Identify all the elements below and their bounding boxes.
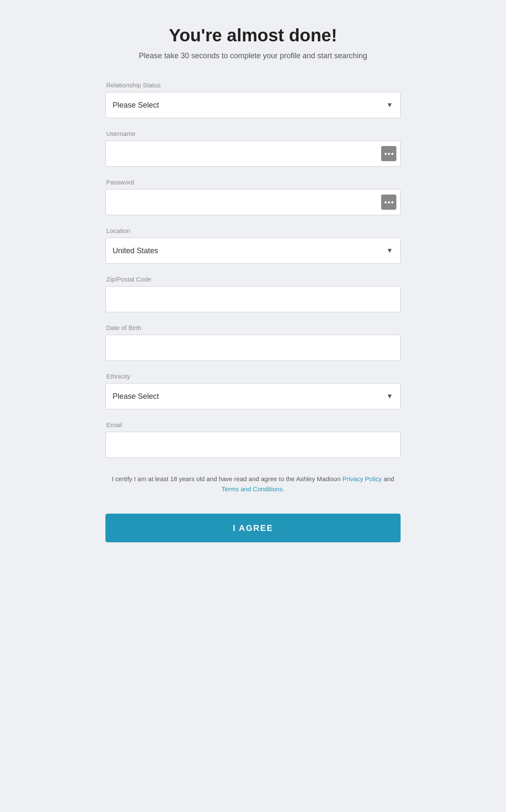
email-label: Email	[105, 421, 401, 428]
zip-postal-input[interactable]	[105, 286, 401, 312]
password-input-wrapper	[105, 189, 401, 215]
certify-text-before: I certify I am at least 18 years old and…	[112, 475, 341, 482]
username-input-wrapper	[105, 141, 401, 167]
ethnicity-label: Ethnicity	[105, 373, 401, 380]
certify-text: I certify I am at least 18 years old and…	[105, 474, 401, 494]
relationship-status-label: Relationship Status	[105, 81, 401, 89]
page-title: You're almost done!	[169, 25, 337, 46]
relationship-status-select[interactable]: Please Select Single Married In a Relati…	[105, 92, 401, 118]
dob-label: Date of Birth	[105, 324, 401, 331]
agree-button[interactable]: I AGREE	[105, 514, 401, 542]
profile-form: Relationship Status Please Select Single…	[105, 81, 401, 542]
password-dots-icon	[385, 201, 393, 203]
username-input[interactable]	[105, 141, 401, 167]
relationship-status-select-wrapper: Please Select Single Married In a Relati…	[105, 92, 401, 118]
email-group: Email	[105, 421, 401, 458]
password-dots-button[interactable]	[381, 195, 396, 210]
username-dots-button[interactable]	[381, 146, 396, 161]
password-group: Password	[105, 179, 401, 215]
password-label: Password	[105, 179, 401, 186]
location-label: Location	[105, 227, 401, 234]
zip-postal-label: Zip/Postal Code	[105, 276, 401, 283]
email-input[interactable]	[105, 432, 401, 458]
relationship-status-group: Relationship Status Please Select Single…	[105, 81, 401, 118]
location-select[interactable]: United States Canada United Kingdom Aust…	[105, 238, 401, 264]
ethnicity-select[interactable]: Please Select Asian Black/African Hispan…	[105, 383, 401, 409]
username-group: Username	[105, 130, 401, 167]
zip-postal-group: Zip/Postal Code	[105, 276, 401, 312]
dots-icon	[385, 153, 393, 155]
dob-group: Date of Birth	[105, 324, 401, 361]
page-subtitle: Please take 30 seconds to complete your …	[139, 51, 367, 60]
ethnicity-group: Ethnicity Please Select Asian Black/Afri…	[105, 373, 401, 409]
username-label: Username	[105, 130, 401, 137]
terms-conditions-link[interactable]: Terms and Conditions.	[221, 485, 284, 493]
privacy-policy-link[interactable]: Privacy Policy	[342, 475, 382, 482]
password-input[interactable]	[105, 189, 401, 215]
certify-text-middle: and	[384, 475, 394, 482]
location-group: Location United States Canada United Kin…	[105, 227, 401, 264]
ethnicity-select-wrapper: Please Select Asian Black/African Hispan…	[105, 383, 401, 409]
page-container: You're almost done! Please take 30 secon…	[105, 25, 401, 778]
location-select-wrapper: United States Canada United Kingdom Aust…	[105, 238, 401, 264]
dob-input[interactable]	[105, 335, 401, 361]
